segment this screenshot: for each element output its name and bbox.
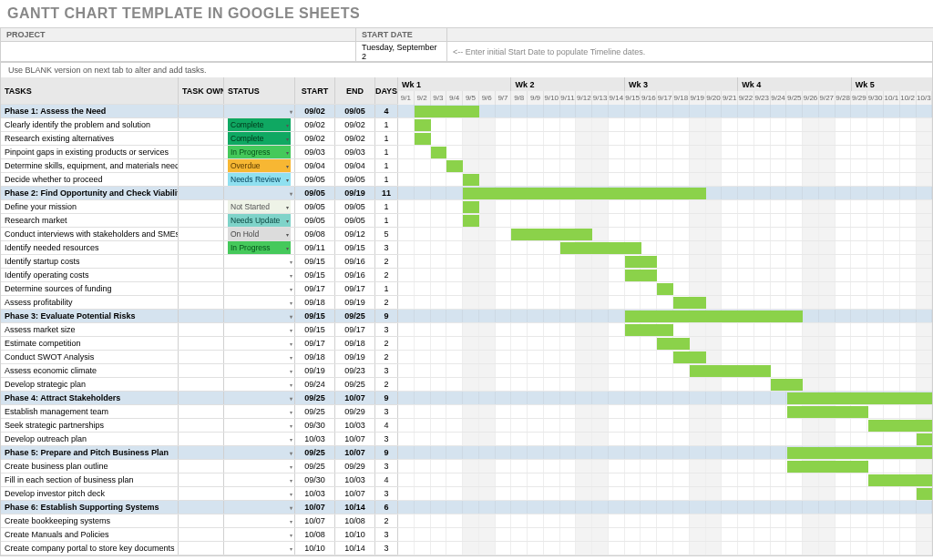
status-badge[interactable]: Needs Update xyxy=(228,214,291,227)
task-name[interactable]: Phase 6: Establish Supporting Systems xyxy=(1,501,179,514)
end-cell[interactable]: 09/19 xyxy=(335,351,375,363)
task-name[interactable]: Create company portal to store key docum… xyxy=(1,542,179,555)
task-row[interactable]: Create Manuals and Policies10/0810/103 xyxy=(1,528,398,542)
task-row[interactable]: Assess economic climate09/1909/233 xyxy=(1,364,398,378)
task-name[interactable]: Research existing alternatives xyxy=(1,132,179,145)
task-row[interactable]: Assess market size09/1509/173 xyxy=(1,323,398,337)
task-name[interactable]: Identify needed resources xyxy=(1,241,179,254)
project-input[interactable] xyxy=(1,42,356,62)
status-cell[interactable]: In Progress xyxy=(224,146,295,158)
task-owner-cell[interactable] xyxy=(179,323,224,336)
task-owner-cell[interactable] xyxy=(179,405,224,418)
status-cell[interactable] xyxy=(224,446,295,459)
start-cell[interactable]: 09/05 xyxy=(295,200,335,213)
end-cell[interactable]: 09/02 xyxy=(335,132,375,145)
status-badge[interactable]: Complete xyxy=(228,132,291,145)
days-cell[interactable]: 1 xyxy=(375,282,398,295)
start-cell[interactable]: 09/05 xyxy=(295,173,335,186)
end-cell[interactable]: 10/03 xyxy=(335,473,375,486)
status-cell[interactable] xyxy=(224,282,295,295)
end-cell[interactable]: 09/03 xyxy=(335,146,375,158)
end-cell[interactable]: 09/19 xyxy=(335,187,375,199)
status-cell[interactable] xyxy=(224,351,295,363)
start-cell[interactable]: 09/15 xyxy=(295,255,335,268)
status-cell[interactable] xyxy=(224,392,295,404)
task-name[interactable]: Estimate competition xyxy=(1,337,179,350)
task-name[interactable]: Create business plan outline xyxy=(1,460,179,473)
task-owner-cell[interactable] xyxy=(179,501,224,514)
task-name[interactable]: Assess profitability xyxy=(1,296,179,309)
status-badge[interactable]: In Progress xyxy=(228,241,291,254)
task-row[interactable]: Research existing alternativesComplete09… xyxy=(1,132,398,146)
gantt-bar[interactable] xyxy=(415,106,479,117)
phase-row[interactable]: Phase 4: Attract Stakeholders09/2510/079 xyxy=(1,392,398,405)
end-cell[interactable]: 09/05 xyxy=(335,214,375,227)
gantt-bar[interactable] xyxy=(446,160,463,172)
gantt-bar[interactable] xyxy=(787,447,932,459)
start-cell[interactable]: 09/08 xyxy=(295,228,335,240)
task-owner-cell[interactable] xyxy=(179,255,224,268)
gantt-bar[interactable] xyxy=(787,392,932,404)
task-name[interactable]: Define your mission xyxy=(1,200,179,213)
start-cell[interactable]: 09/17 xyxy=(295,282,335,295)
task-row[interactable]: Determine skills, equipment, and materia… xyxy=(1,159,398,173)
status-badge[interactable]: Not Started xyxy=(228,200,291,213)
start-cell[interactable]: 10/07 xyxy=(295,501,335,514)
status-cell[interactable] xyxy=(224,255,295,268)
task-name[interactable]: Develop outreach plan xyxy=(1,433,179,445)
status-cell[interactable] xyxy=(224,528,295,541)
task-owner-cell[interactable] xyxy=(179,528,224,541)
task-owner-cell[interactable] xyxy=(179,364,224,377)
task-name[interactable]: Clearly identify the problem and solutio… xyxy=(1,118,179,131)
days-cell[interactable]: 1 xyxy=(375,173,398,186)
status-cell[interactable] xyxy=(224,433,295,445)
gantt-bar[interactable] xyxy=(771,379,804,391)
gantt-bar[interactable] xyxy=(673,297,706,309)
gantt-bar[interactable] xyxy=(463,174,479,186)
end-cell[interactable]: 09/05 xyxy=(335,105,375,117)
start-cell[interactable]: 09/11 xyxy=(295,241,335,254)
start-cell[interactable]: 09/18 xyxy=(295,351,335,363)
task-name[interactable]: Conduct SWOT Analysis xyxy=(1,351,179,363)
status-cell[interactable]: Needs Review xyxy=(224,173,295,186)
days-cell[interactable]: 1 xyxy=(375,146,398,158)
task-owner-cell[interactable] xyxy=(179,487,224,500)
task-name[interactable]: Phase 2: Find Opportunity and Check Viab… xyxy=(1,187,179,199)
task-name[interactable]: Develop investor pitch deck xyxy=(1,487,179,500)
status-cell[interactable] xyxy=(224,460,295,473)
gantt-bar[interactable] xyxy=(625,256,658,268)
gantt-bar[interactable] xyxy=(463,201,479,213)
task-name[interactable]: Establish management team xyxy=(1,405,179,418)
start-cell[interactable]: 10/10 xyxy=(295,542,335,555)
task-name[interactable]: Assess economic climate xyxy=(1,364,179,377)
status-badge[interactable]: Overdue xyxy=(228,159,291,172)
task-name[interactable]: Decide whether to proceed xyxy=(1,173,179,186)
task-name[interactable]: Seek strategic partnerships xyxy=(1,419,179,432)
end-cell[interactable]: 09/25 xyxy=(335,310,375,322)
status-cell[interactable] xyxy=(224,269,295,281)
task-owner-cell[interactable] xyxy=(179,351,224,363)
days-cell[interactable]: 3 xyxy=(375,460,398,473)
days-cell[interactable]: 3 xyxy=(375,241,398,254)
gantt-bar[interactable] xyxy=(787,461,868,473)
status-cell[interactable] xyxy=(224,364,295,377)
task-row[interactable]: Clearly identify the problem and solutio… xyxy=(1,118,398,132)
start-cell[interactable]: 10/08 xyxy=(295,528,335,541)
start-cell[interactable]: 09/15 xyxy=(295,323,335,336)
start-cell[interactable]: 09/05 xyxy=(295,214,335,227)
status-cell[interactable] xyxy=(224,419,295,432)
task-row[interactable]: Create company portal to store key docum… xyxy=(1,542,398,555)
start-cell[interactable]: 09/25 xyxy=(295,392,335,404)
status-cell[interactable]: Complete xyxy=(224,132,295,145)
days-cell[interactable]: 3 xyxy=(375,323,398,336)
task-row[interactable]: Identify operating costs09/1509/162 xyxy=(1,269,398,282)
task-owner-cell[interactable] xyxy=(179,378,224,391)
days-cell[interactable]: 9 xyxy=(375,446,398,459)
task-owner-cell[interactable] xyxy=(179,433,224,445)
gantt-bar[interactable] xyxy=(673,351,706,363)
task-row[interactable]: Develop strategic plan09/2409/252 xyxy=(1,378,398,392)
days-cell[interactable]: 3 xyxy=(375,542,398,555)
days-cell[interactable]: 2 xyxy=(375,378,398,391)
days-cell[interactable]: 5 xyxy=(375,228,398,240)
days-cell[interactable]: 1 xyxy=(375,159,398,172)
